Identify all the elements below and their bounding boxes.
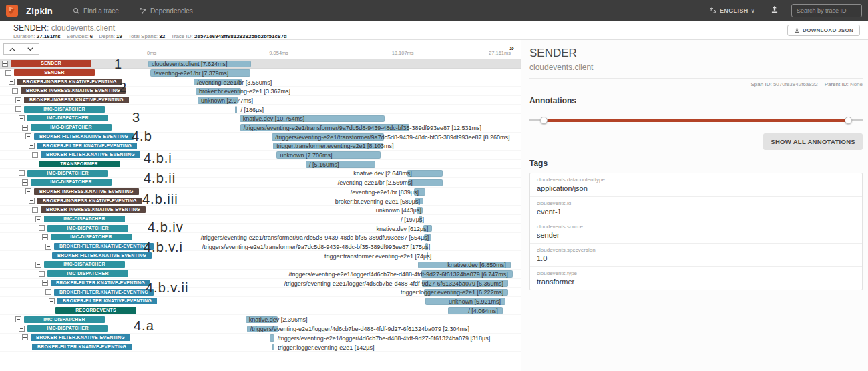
service-badge[interactable]: IMC-DISPATCHER [31, 124, 112, 131]
service-badge[interactable]: IMC-DISPATCHER [24, 316, 105, 323]
collapse-toggle-icon[interactable] [12, 88, 18, 94]
trace-row[interactable]: BROKER-FILTER.KNATIVE-EVENTING/triggers/… [0, 279, 521, 288]
collapse-toggle-icon[interactable] [22, 179, 28, 186]
span-duration-bar[interactable] [270, 334, 274, 342]
collapse-toggle-icon[interactable] [45, 244, 51, 250]
collapse-toggle-icon[interactable] [42, 280, 48, 286]
service-badge[interactable]: SENDER [11, 60, 91, 67]
trace-row[interactable]: SENDER/eventing-e2e1/br [7.379ms] [0, 69, 521, 78]
trace-row[interactable]: IMC-DISPATCHER/eventing-e2e1/br [2.569ms… [0, 178, 521, 188]
trace-row[interactable]: IMC-DISPATCHERknative.dev [2.648ms] [0, 169, 521, 178]
trace-row[interactable]: BROKER-FILTER.KNATIVE-EVENTINGtrigger:tr… [0, 251, 521, 260]
trace-row[interactable]: IMC-DISPATCHERknative.dev [6.850ms] [0, 260, 521, 270]
collapse-toggle-icon[interactable] [19, 326, 25, 332]
trace-row[interactable]: BROKER-FILTER.KNATIVE-EVENTINGunknown [7… [0, 151, 521, 160]
collapse-toggle-icon[interactable] [15, 97, 21, 103]
service-badge[interactable]: BROKER-FILTER.KNATIVE-EVENTING [52, 252, 152, 259]
service-badge[interactable]: BROKER-FILTER.KNATIVE-EVENTING [54, 243, 154, 250]
zipkin-logo-icon[interactable] [6, 5, 18, 17]
span-duration-bar[interactable] [272, 344, 274, 351]
service-badge[interactable]: IMC-DISPATCHER [51, 234, 132, 240]
trace-row[interactable]: BROKER-FILTER.KNATIVE-EVENTINGtrigger:tr… [0, 141, 521, 151]
search-by-trace-id-input[interactable] [791, 4, 862, 17]
service-badge[interactable]: BROKER-INGRESS.KNATIVE-EVENTING [24, 97, 129, 103]
trace-row[interactable]: SENDERcloudevents.client [7.624ms] [0, 59, 521, 69]
service-badge[interactable]: IMC-DISPATCHER [47, 270, 128, 277]
collapse-toggle-icon[interactable] [5, 70, 11, 76]
slider-handle-left[interactable] [540, 117, 548, 124]
trace-row[interactable]: BROKER-FILTER.KNATIVE-EVENTINGtrigger:lo… [0, 342, 521, 352]
collapse-toggle-icon[interactable] [45, 289, 51, 295]
trace-row[interactable]: IMC-DISPATCHERknative.dev [2.396ms] [0, 315, 521, 324]
collapse-toggle-icon[interactable] [35, 262, 41, 268]
trace-row[interactable]: IMC-DISPATCHER/triggers/eventing-e2e1/tr… [0, 233, 521, 242]
trace-row[interactable]: BROKER-FILTER.KNATIVE-EVENTINGtrigger:lo… [0, 288, 521, 297]
service-badge[interactable]: BROKER-INGRESS.KNATIVE-EVENTING [21, 87, 126, 94]
span-duration-bar[interactable] [408, 179, 443, 187]
show-all-annotations-button[interactable]: SHOW ALL ANNOTATIONS [763, 133, 863, 150]
service-badge[interactable]: TRANSFORMER [39, 161, 120, 167]
trace-row[interactable]: BROKER-INGRESS.KNATIVE-EVENTING/eventing… [0, 188, 521, 197]
trace-row[interactable]: BROKER-FILTER.KNATIVE-EVENTING/triggers/… [0, 334, 521, 343]
service-badge[interactable]: BROKER-INGRESS.KNATIVE-EVENTING [41, 206, 146, 213]
service-badge[interactable]: BROKER-FILTER.KNATIVE-EVENTING [32, 344, 132, 350]
collapse-toggle-icon[interactable] [29, 143, 35, 149]
collapse-toggle-icon[interactable] [15, 106, 21, 112]
trace-row[interactable]: BROKER-FILTER.KNATIVE-EVENTING/triggers/… [0, 133, 521, 142]
service-badge[interactable]: BROKER-FILTER.KNATIVE-EVENTING [57, 298, 157, 304]
trace-row[interactable]: IMC-DISPATCHERknative.dev [612µs] [0, 224, 521, 233]
collapse-toggle-icon[interactable] [39, 271, 45, 277]
trace-row[interactable]: BROKER-FILTER.KNATIVE-EVENTINGunknown [5… [0, 297, 521, 306]
language-selector[interactable]: ENGLISH ∨ [709, 7, 755, 15]
collapse-toggle-icon[interactable] [22, 334, 28, 340]
collapse-toggle-icon[interactable] [15, 316, 21, 322]
span-duration-bar[interactable] [235, 106, 238, 113]
collapse-toggle-icon[interactable] [22, 125, 28, 131]
service-badge[interactable]: BROKER-FILTER.KNATIVE-EVENTING [54, 289, 154, 296]
trace-row[interactable]: IMC-DISPATCHER/triggers/eventing-e2e1/tr… [0, 123, 521, 133]
trace-row[interactable]: BROKER-INGRESS.KNATIVE-EVENTINGbroker:br… [0, 196, 521, 206]
service-badge[interactable]: IMC-DISPATCHER [31, 179, 112, 186]
service-badge[interactable]: BROKER-FILTER.KNATIVE-EVENTING [51, 280, 150, 286]
collapse-toggle-icon[interactable] [39, 225, 45, 231]
trace-row[interactable]: IMC-DISPATCHER/ [197µs] [0, 215, 521, 224]
service-badge[interactable]: BROKER-FILTER.KNATIVE-EVENTING [37, 143, 137, 149]
service-badge[interactable]: IMC-DISPATCHER [24, 106, 105, 113]
collapse-toggle-icon[interactable] [32, 152, 38, 158]
collapse-toggle-icon[interactable] [9, 79, 15, 85]
trace-row[interactable]: IMC-DISPATCHER/triggers/eventing-e2e1/lo… [0, 270, 521, 279]
collapse-toggle-icon[interactable] [19, 115, 25, 121]
trace-row[interactable]: TRANSFORMER/ [5.160ms] [0, 160, 521, 169]
nav-dependencies[interactable]: Dependencies [139, 7, 193, 15]
collapse-toggle-icon[interactable] [42, 234, 48, 240]
download-json-button[interactable]: DOWNLOAD JSON [787, 25, 860, 36]
trace-row[interactable]: BROKER-INGRESS.KNATIVE-EVENTING/eventing… [0, 77, 521, 87]
service-badge[interactable]: SENDER [14, 69, 95, 76]
service-badge[interactable]: BROKER-INGRESS.KNATIVE-EVENTING [17, 79, 122, 85]
collapse-toggle-icon[interactable] [29, 198, 35, 204]
service-badge[interactable]: RECORDEVENTS [55, 307, 136, 314]
service-badge[interactable]: BROKER-INGRESS.KNATIVE-EVENTING [37, 198, 142, 204]
service-badge[interactable]: IMC-DISPATCHER [44, 261, 125, 268]
nav-find-a-trace[interactable]: Find a trace [73, 7, 119, 15]
collapse-toggle-icon[interactable] [2, 61, 8, 67]
span-duration-bar[interactable] [407, 170, 443, 177]
service-badge[interactable]: BROKER-INGRESS.KNATIVE-EVENTING [34, 188, 139, 195]
collapse-toggle-icon[interactable] [35, 216, 41, 222]
trace-row[interactable]: RECORDEVENTS/ [4.064ms] [0, 306, 521, 316]
slider-handle-right[interactable] [845, 117, 852, 124]
collapse-toggle-icon[interactable] [25, 133, 31, 139]
service-badge[interactable]: IMC-DISPATCHER [27, 170, 108, 177]
service-badge[interactable]: IMC-DISPATCHER [47, 225, 128, 232]
trace-row[interactable]: IMC-DISPATCHER/ [186µs] [0, 105, 521, 114]
collapse-toggle-icon[interactable] [32, 207, 38, 213]
annotations-slider[interactable] [529, 116, 863, 124]
trace-row[interactable]: IMC-DISPATCHERknative.dev [10.754ms] [0, 114, 521, 123]
trace-row[interactable]: BROKER-INGRESS.KNATIVE-EVENTINGunknown [… [0, 96, 521, 105]
trace-row[interactable]: BROKER-INGRESS.KNATIVE-EVENTINGbroker:br… [0, 87, 521, 96]
service-badge[interactable]: BROKER-FILTER.KNATIVE-EVENTING [31, 334, 130, 341]
trace-row[interactable]: IMC-DISPATCHER/triggers/eventing-e2e1/lo… [0, 324, 521, 334]
trace-row[interactable]: BROKER-INGRESS.KNATIVE-EVENTINGunknown [… [0, 206, 521, 215]
service-badge[interactable]: IMC-DISPATCHER [27, 115, 108, 121]
service-badge[interactable]: IMC-DISPATCHER [44, 216, 125, 222]
